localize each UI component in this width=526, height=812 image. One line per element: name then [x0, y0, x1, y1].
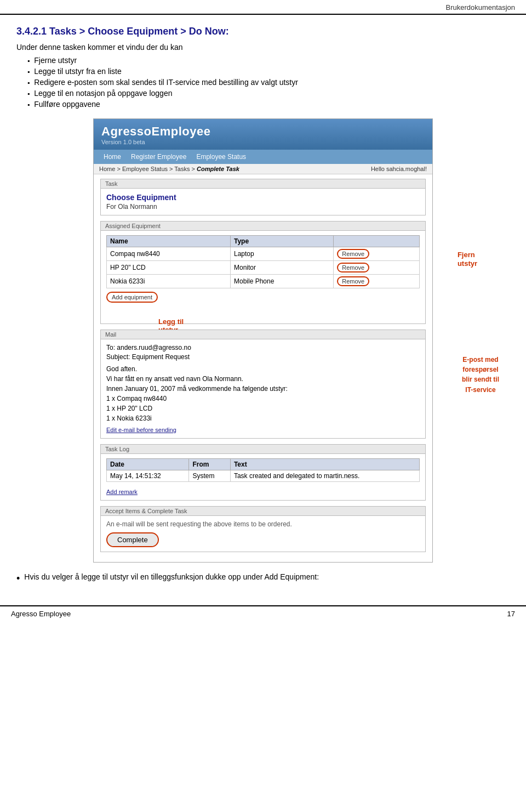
- mail-to: To: anders.ruud@agresso.no: [106, 344, 420, 351]
- task-section: Task Choose Equipment For Ola Normann: [100, 179, 426, 215]
- remove-cell: Remove: [334, 275, 420, 288]
- log-row: May 14, 14:51:32 System Task created and…: [107, 470, 420, 482]
- add-equipment-button[interactable]: Add equipment: [106, 292, 158, 303]
- tasklog-section-content: Date From Text May 14, 14:51:32 System T…: [101, 454, 425, 500]
- mail-section-header: Mail: [101, 330, 425, 339]
- footer-page-number: 17: [507, 610, 515, 618]
- page-header: Brukerdokumentasjon: [0, 0, 526, 15]
- page-content: 3.4.2.1 Tasks > Choose Equipment > Do No…: [0, 15, 526, 594]
- app-nav: Home Register Employee Employee Status: [94, 150, 432, 164]
- page-footer: Agresso Employee 17: [0, 605, 526, 621]
- bottom-note-text: Hvis du velger å legge til utstyr vil en…: [24, 572, 319, 581]
- app-screenshot: AgressoEmployee Version 1.0 beta Home Re…: [93, 118, 433, 563]
- log-text: Task created and delegated to martin.nes…: [230, 470, 419, 482]
- log-col-text: Text: [230, 459, 419, 470]
- breadcrumb: Home > Employee Status > Tasks > Complet…: [99, 166, 239, 172]
- col-name: Name: [107, 236, 231, 247]
- task-section-content: Choose Equipment For Ola Normann: [101, 189, 425, 215]
- mail-annotation: E-post medforespørselblir sendt tilIT-se…: [462, 355, 499, 395]
- equip-name: Nokia 6233i: [107, 275, 231, 288]
- equip-type: Mobile Phone: [230, 275, 333, 288]
- mail-subject: Subject: Equipment Request: [106, 353, 420, 361]
- breadcrumb-current: Complete Task: [197, 166, 239, 172]
- complete-info-text: An e-mail will be sent requesting the ab…: [106, 520, 420, 528]
- list-item: Legge til en notasjon på oppgave loggen: [27, 88, 510, 99]
- app-header: AgressoEmployee Version 1.0 beta: [94, 119, 432, 150]
- log-col-date: Date: [107, 459, 189, 470]
- bullet-icon: •: [16, 573, 20, 583]
- equip-name: HP 20" LCD: [107, 261, 231, 275]
- remove-button[interactable]: Remove: [337, 276, 369, 286]
- equip-name: Compaq nw8440: [107, 247, 231, 261]
- mail-section-content: To: anders.ruud@agresso.no Subject: Equi…: [101, 339, 425, 438]
- log-date: May 14, 14:51:32: [107, 470, 189, 482]
- add-remark-link[interactable]: Add remark: [106, 489, 138, 495]
- edit-email-link[interactable]: Edit e-mail before sending: [106, 427, 176, 433]
- task-subtitle: For Ola Normann: [106, 203, 420, 211]
- equip-type: Laptop: [230, 247, 333, 261]
- app-body: Task Choose Equipment For Ola Normann As…: [94, 174, 432, 562]
- complete-section: Accept Items & Complete Task An e-mail w…: [100, 506, 426, 552]
- bullet-list: Fjerne utstyr Legge til utstyr fra en li…: [27, 55, 510, 110]
- list-item: Fullføre oppgavene: [27, 99, 510, 110]
- section-title: 3.4.2.1 Tasks > Choose Equipment > Do No…: [16, 26, 510, 37]
- log-table: Date From Text May 14, 14:51:32 System T…: [106, 458, 420, 482]
- footer-left: Agresso Employee: [11, 610, 71, 618]
- log-from: System: [189, 470, 230, 482]
- equipment-section-header: Assigned Equipment: [101, 222, 425, 231]
- breadcrumb-hello: Hello sahcia.moghal!: [371, 166, 427, 172]
- log-col-from: From: [189, 459, 230, 470]
- nav-register[interactable]: Register Employee: [127, 151, 191, 162]
- complete-button[interactable]: Complete: [106, 532, 159, 547]
- nav-status[interactable]: Employee Status: [192, 151, 250, 162]
- task-title: Choose Equipment: [106, 193, 420, 202]
- list-item: Redigere e-posten som skal sendes til IT…: [27, 77, 510, 88]
- remove-cell: Remove: [334, 261, 420, 275]
- list-item: Fjerne utstyr: [27, 55, 510, 66]
- tasklog-section-header: Task Log: [101, 445, 425, 454]
- complete-section-header: Accept Items & Complete Task: [101, 507, 425, 516]
- nav-home[interactable]: Home: [99, 151, 125, 162]
- app-title: AgressoEmployee: [101, 124, 425, 139]
- remove-button[interactable]: Remove: [337, 249, 369, 259]
- mail-section: Mail To: anders.ruud@agresso.no Subject:…: [100, 330, 426, 439]
- header-title: Brukerdokumentasjon: [446, 3, 515, 12]
- task-section-header: Task: [101, 179, 425, 189]
- list-item: Legge til utstyr fra en liste: [27, 66, 510, 77]
- equipment-section-content: Name Type Compaq nw8440 Laptop: [101, 231, 425, 323]
- mail-body: God aften. Vi har fått en ny ansatt ved …: [106, 364, 420, 423]
- remove-button[interactable]: Remove: [337, 263, 369, 272]
- intro-text: Under denne tasken kommer et vindu der d…: [16, 43, 510, 52]
- fjern-annotation: Fjernutstyr: [458, 251, 477, 268]
- table-row: Nokia 6233i Mobile Phone Remove: [107, 275, 420, 288]
- remove-cell: Remove: [334, 247, 420, 261]
- complete-section-content: An e-mail will be sent requesting the ab…: [101, 516, 425, 552]
- bottom-note: • Hvis du velger å legge til utstyr vil …: [16, 572, 510, 583]
- col-action: [334, 236, 420, 247]
- tasklog-section: Task Log Date From Text May 14,: [100, 444, 426, 501]
- table-row: HP 20" LCD Monitor Remove: [107, 261, 420, 275]
- col-type: Type: [230, 236, 333, 247]
- table-row: Compaq nw8440 Laptop Remove: [107, 247, 420, 261]
- app-version: Version 1.0 beta: [101, 139, 425, 145]
- equipment-section: Assigned Equipment Name Type: [100, 221, 426, 324]
- equipment-table: Name Type Compaq nw8440 Laptop: [106, 235, 420, 288]
- breadcrumb-bar: Home > Employee Status > Tasks > Complet…: [94, 164, 432, 174]
- equip-type: Monitor: [230, 261, 333, 275]
